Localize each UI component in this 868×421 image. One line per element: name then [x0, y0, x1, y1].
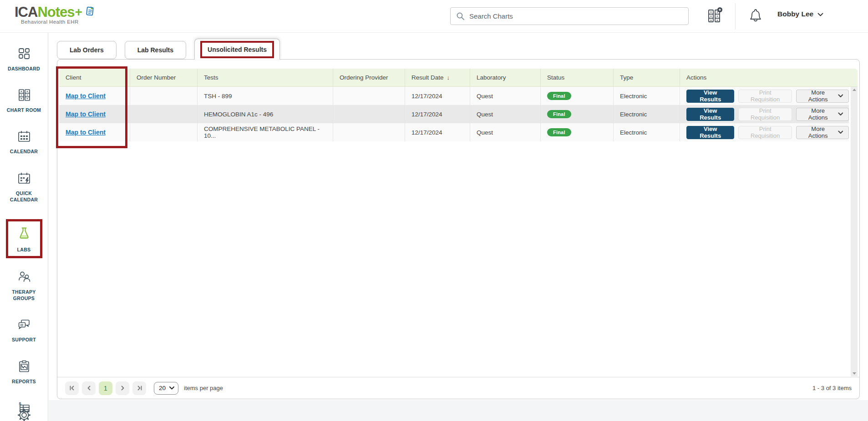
cell-status: Final — [540, 105, 613, 123]
annotation-box-unsolicited-tab: Unsolicited Results — [200, 41, 274, 58]
sidebar-item-label: CALENDAR — [3, 148, 45, 155]
column-header-laboratory[interactable]: Laboratory — [470, 69, 540, 86]
sidebar-item-support[interactable]: SUPPORT — [0, 318, 48, 343]
chat-bubbles-icon — [17, 318, 31, 333]
user-name: Bobby Lee — [777, 10, 813, 18]
cell-ordering-provider — [333, 105, 405, 123]
cell-tests: HEMOGLOBIN A1c - 496 — [197, 105, 333, 123]
sidebar-item-quick-calendar[interactable]: QUICK CALENDAR — [0, 171, 48, 203]
logo-plus: + — [75, 5, 82, 20]
first-page-button[interactable] — [65, 381, 79, 395]
cell-result-date: 12/17/2024 — [405, 87, 470, 105]
cell-status: Final — [540, 87, 613, 105]
column-header-type[interactable]: Type — [613, 69, 680, 86]
page-number-button[interactable]: 1 — [99, 381, 112, 395]
more-actions-button[interactable]: More Actions — [796, 108, 849, 121]
sidebar-item-label: CHART ROOM — [3, 107, 45, 113]
tab-lab-orders[interactable]: Lab Orders — [57, 41, 117, 59]
sidebar-item-reports[interactable]: REPORTS — [0, 360, 48, 385]
scroll-down-icon[interactable] — [853, 372, 856, 375]
cell-result-date: 12/17/2024 — [405, 105, 470, 123]
bell-icon — [748, 17, 763, 25]
sidebar: DASHBOARD CHART ROOM — [0, 33, 48, 421]
view-results-button[interactable]: View Results — [686, 126, 734, 139]
unsolicited-results-panel: Client Order Number Tests Ordering Provi… — [57, 59, 860, 399]
header-divider — [735, 3, 736, 30]
chevron-right-icon — [120, 385, 126, 391]
sidebar-item-calendar[interactable]: CALENDAR — [0, 130, 48, 155]
print-requisition-button[interactable]: Print Requisition — [738, 90, 792, 103]
cell-actions: View Results Print Requisition More Acti… — [680, 105, 849, 123]
page-size-select[interactable]: 20 — [154, 382, 178, 395]
table-scrollbar[interactable] — [851, 87, 858, 376]
previous-page-button[interactable] — [82, 381, 96, 395]
notifications-button[interactable] — [748, 8, 763, 25]
print-requisition-button[interactable]: Print Requisition — [738, 108, 792, 121]
tab-lab-results[interactable]: Lab Results — [125, 41, 186, 59]
icanotes-logo[interactable]: ICANotes+ Behavioral Health EHR — [15, 4, 95, 25]
last-page-button[interactable] — [132, 381, 146, 395]
cell-actions: View Results Print Requisition More Acti… — [680, 87, 849, 105]
cell-type: Electronic — [613, 105, 680, 123]
cell-ordering-provider — [333, 123, 405, 141]
chevron-down-icon — [169, 386, 174, 390]
cell-laboratory: Quest — [470, 105, 540, 123]
file-cabinets-icon — [17, 88, 31, 104]
column-header-status[interactable]: Status — [540, 69, 613, 86]
sidebar-item-therapy-groups[interactable]: THERAPY GROUPS — [0, 270, 48, 301]
first-page-icon — [69, 385, 75, 391]
search-input[interactable] — [469, 12, 683, 20]
sidebar-item-label: QUICK CALENDAR — [3, 190, 45, 203]
status-badge: Final — [547, 128, 571, 136]
column-header-result-date[interactable]: Result Date ↓ — [405, 69, 470, 86]
cell-result-date: 12/17/2024 — [405, 123, 470, 141]
tab-label: Lab Orders — [70, 46, 104, 54]
column-header-tests[interactable]: Tests — [197, 69, 333, 86]
lab-tabs: Lab Orders Lab Results Unsolicited Resul… — [57, 38, 280, 59]
table-row: Map to Client HEMOGLOBIN A1c - 496 12/17… — [59, 105, 849, 123]
cell-status: Final — [540, 123, 613, 141]
tab-label: Unsolicited Results — [208, 46, 267, 53]
sidebar-item-label: LABS — [3, 246, 45, 253]
sidebar-item-dashboard[interactable]: DASHBOARD — [0, 47, 48, 72]
sidebar-item-label: SUPPORT — [3, 336, 45, 343]
sidebar-item-labs[interactable]: LABS — [8, 226, 40, 253]
table-row: Map to Client TSH - 899 12/17/2024 Quest… — [59, 87, 849, 105]
scroll-up-icon[interactable] — [853, 89, 856, 91]
cell-order-number — [130, 123, 197, 141]
cell-tests: TSH - 899 — [197, 87, 333, 105]
user-menu[interactable]: Bobby Lee — [777, 10, 823, 18]
column-header-client[interactable]: Client — [59, 69, 130, 86]
chart-room-quick-button[interactable] — [706, 7, 724, 27]
cell-ordering-provider — [333, 87, 405, 105]
more-actions-button[interactable]: More Actions — [796, 90, 849, 103]
dashboard-icon — [17, 47, 31, 62]
sidebar-item-settings[interactable] — [0, 407, 48, 421]
cell-laboratory: Quest — [470, 123, 540, 141]
column-header-ordering-provider[interactable]: Ordering Provider — [333, 69, 405, 86]
map-to-client-link[interactable]: Map to Client — [66, 92, 106, 100]
more-actions-button[interactable]: More Actions — [796, 126, 849, 139]
cell-tests: COMPREHENSIVE METABOLIC PANEL - 10... — [197, 123, 333, 141]
map-to-client-link[interactable]: Map to Client — [66, 129, 106, 136]
column-header-order-number[interactable]: Order Number — [130, 69, 197, 86]
map-to-client-link[interactable]: Map to Client — [66, 110, 106, 118]
print-requisition-button[interactable]: Print Requisition — [738, 126, 792, 139]
view-results-button[interactable]: View Results — [686, 108, 734, 121]
pagination-bar: 1 20 items per page 1 - 3 of 3 items — [57, 377, 859, 399]
sidebar-item-chart-room[interactable]: CHART ROOM — [0, 88, 48, 113]
next-page-button[interactable] — [116, 381, 129, 395]
sidebar-item-label: DASHBOARD — [3, 65, 45, 72]
tab-label: Lab Results — [137, 46, 173, 54]
sidebar-item-label: REPORTS — [3, 378, 45, 385]
calendar-icon — [17, 130, 31, 145]
bottom-background-strip — [49, 400, 868, 421]
view-results-button[interactable]: View Results — [686, 90, 734, 103]
chevron-down-icon — [838, 130, 843, 134]
search-charts-box[interactable] — [450, 7, 689, 25]
items-per-page-label: items per page — [184, 385, 223, 391]
table-body: Map to Client TSH - 899 12/17/2024 Quest… — [59, 87, 858, 141]
tab-unsolicited-results[interactable]: Unsolicited Results — [194, 39, 280, 60]
chevron-down-icon — [838, 94, 843, 98]
quick-calendar-icon — [17, 171, 31, 187]
